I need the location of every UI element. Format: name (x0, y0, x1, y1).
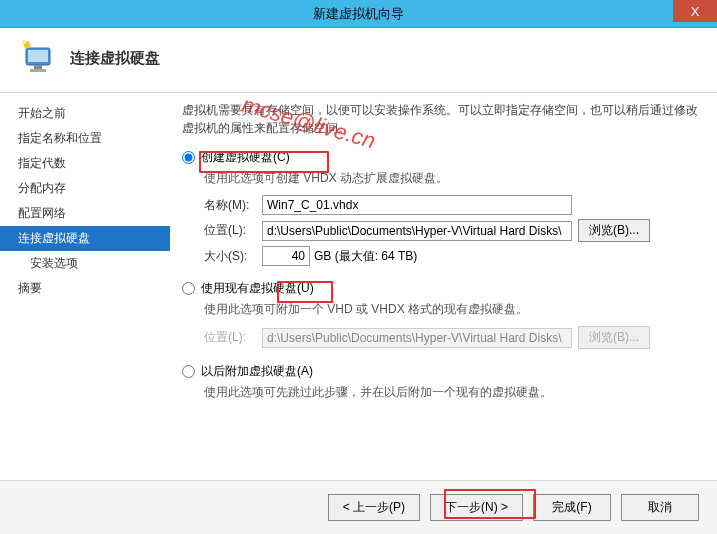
option-existing-desc: 使用此选项可附加一个 VHD 或 VHDX 格式的现有虚拟硬盘。 (204, 301, 703, 318)
browse-button[interactable]: 浏览(B)... (578, 219, 650, 242)
titlebar: 新建虚拟机向导 X (0, 0, 717, 28)
close-icon: X (691, 4, 700, 19)
option-later-head[interactable]: 以后附加虚拟硬盘(A) (182, 363, 703, 380)
size-label: 大小(S): (204, 248, 262, 265)
sidebar-item-summary[interactable]: 摘要 (0, 276, 170, 301)
existing-location-label: 位置(L): (204, 329, 262, 346)
svg-rect-1 (28, 50, 48, 62)
row-name: 名称(M): (204, 195, 703, 215)
main-panel: 虚拟机需要具有存储空间，以便可以安装操作系统。可以立即指定存储空间，也可以稍后通… (170, 93, 717, 493)
name-input[interactable] (262, 195, 572, 215)
radio-create[interactable] (182, 151, 195, 164)
existing-location-input (262, 328, 572, 348)
finish-button[interactable]: 完成(F) (533, 494, 611, 521)
sidebar-item-name-location[interactable]: 指定名称和位置 (0, 126, 170, 151)
option-create-label: 创建虚拟硬盘(C) (201, 149, 290, 166)
option-existing-vhd: 使用现有虚拟硬盘(U) 使用此选项可附加一个 VHD 或 VHDX 格式的现有虚… (182, 280, 703, 349)
cancel-button[interactable]: 取消 (621, 494, 699, 521)
row-location: 位置(L): 浏览(B)... (204, 219, 703, 242)
radio-later[interactable] (182, 365, 195, 378)
content-area: 开始之前 指定名称和位置 指定代数 分配内存 配置网络 连接虚拟硬盘 安装选项 … (0, 93, 717, 493)
size-unit-text: GB (最大值: 64 TB) (314, 248, 417, 265)
svg-point-5 (22, 40, 26, 44)
row-existing-location: 位置(L): 浏览(B)... (204, 326, 703, 349)
sidebar-item-install-options[interactable]: 安装选项 (0, 251, 170, 276)
close-button[interactable]: X (673, 0, 717, 22)
svg-rect-3 (30, 69, 46, 72)
footer: < 上一步(P) 下一步(N) > 完成(F) 取消 (0, 480, 717, 534)
option-create-desc: 使用此选项可创建 VHDX 动态扩展虚拟硬盘。 (204, 170, 703, 187)
svg-rect-2 (34, 65, 42, 69)
sidebar: 开始之前 指定名称和位置 指定代数 分配内存 配置网络 连接虚拟硬盘 安装选项 … (0, 93, 170, 493)
sidebar-item-connect-disk[interactable]: 连接虚拟硬盘 (0, 226, 170, 251)
existing-browse-button: 浏览(B)... (578, 326, 650, 349)
prev-button[interactable]: < 上一步(P) (328, 494, 420, 521)
page-title: 连接虚拟硬盘 (70, 49, 160, 68)
radio-existing[interactable] (182, 282, 195, 295)
option-attach-later: 以后附加虚拟硬盘(A) 使用此选项可先跳过此步骤，并在以后附加一个现有的虚拟硬盘… (182, 363, 703, 401)
option-later-label: 以后附加虚拟硬盘(A) (201, 363, 313, 380)
name-label: 名称(M): (204, 197, 262, 214)
row-size: 大小(S): GB (最大值: 64 TB) (204, 246, 703, 266)
intro-text: 虚拟机需要具有存储空间，以便可以安装操作系统。可以立即指定存储空间，也可以稍后通… (182, 101, 703, 137)
option-later-desc: 使用此选项可先跳过此步骤，并在以后附加一个现有的虚拟硬盘。 (204, 384, 703, 401)
sidebar-item-start[interactable]: 开始之前 (0, 101, 170, 126)
size-input[interactable] (262, 246, 310, 266)
location-label: 位置(L): (204, 222, 262, 239)
option-existing-label: 使用现有虚拟硬盘(U) (201, 280, 314, 297)
location-input[interactable] (262, 221, 572, 241)
sidebar-item-generation[interactable]: 指定代数 (0, 151, 170, 176)
option-create-head[interactable]: 创建虚拟硬盘(C) (182, 149, 703, 166)
sidebar-item-network[interactable]: 配置网络 (0, 201, 170, 226)
wizard-icon (18, 38, 58, 78)
window-title: 新建虚拟机向导 (313, 5, 404, 23)
page-header: 连接虚拟硬盘 (0, 28, 717, 93)
next-button[interactable]: 下一步(N) > (430, 494, 523, 521)
option-existing-head[interactable]: 使用现有虚拟硬盘(U) (182, 280, 703, 297)
option-create-vhd: 创建虚拟硬盘(C) 使用此选项可创建 VHDX 动态扩展虚拟硬盘。 名称(M):… (182, 149, 703, 266)
sidebar-item-memory[interactable]: 分配内存 (0, 176, 170, 201)
